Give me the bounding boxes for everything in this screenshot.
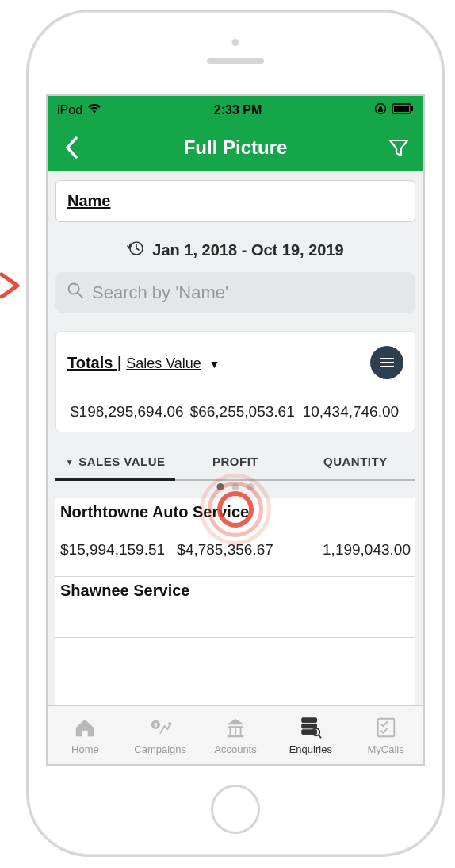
- enquiries-icon: [299, 716, 323, 742]
- totals-value-1: $198,295,694.06: [67, 403, 187, 421]
- totals-value-2: $66,255,053.61: [187, 403, 298, 421]
- list-item-name[interactable]: Shawnee Service: [55, 577, 415, 604]
- dot: [217, 483, 224, 490]
- row-value: $15,994,159.51: [60, 541, 177, 559]
- home-icon: [73, 716, 97, 742]
- home-button[interactable]: [211, 785, 260, 834]
- totals-menu-button[interactable]: [370, 346, 403, 379]
- tab-label: SALES VALUE: [78, 455, 165, 468]
- mycalls-icon: [374, 716, 398, 742]
- list-item-values: [55, 604, 415, 638]
- clock-label: 2:33 PM: [214, 103, 262, 117]
- back-button[interactable]: [59, 134, 86, 161]
- list-item-values: $15,994,159.51 $4,785,356.67 1,199,043.0…: [55, 525, 415, 577]
- tab-profit[interactable]: PROFIT: [175, 444, 295, 479]
- svg-rect-8: [302, 717, 317, 722]
- totals-value-3: 10,434,746.00: [298, 403, 403, 421]
- caret-down-icon: ▼: [208, 358, 220, 371]
- date-range-selector[interactable]: Jan 1, 2018 - Oct 19, 2019: [55, 222, 415, 272]
- annotation-arrow: [0, 271, 25, 300]
- orientation-lock-icon: [374, 102, 387, 118]
- totals-title-prefix: Totals |: [67, 354, 122, 371]
- nav-accounts[interactable]: Accounts: [198, 706, 273, 764]
- battery-icon: [392, 103, 414, 117]
- totals-values-row: $198,295,694.06 $66,255,053.61 10,434,74…: [67, 403, 403, 421]
- dot: [232, 483, 239, 490]
- metric-tabs: SALES VALUE PROFIT QUANTITY: [55, 444, 415, 481]
- nav-label: Accounts: [214, 743, 256, 755]
- campaigns-icon: $: [148, 716, 172, 742]
- tab-label: PROFIT: [212, 455, 258, 468]
- page-dots: [217, 483, 254, 490]
- row-value: $4,785,356.67: [177, 541, 293, 559]
- nav-mycalls[interactable]: MyCalls: [348, 706, 423, 764]
- phone-speaker: [207, 58, 264, 64]
- totals-title-metric: Sales Value: [126, 355, 201, 371]
- screen: iPod 2:33 PM Full Picture: [46, 94, 425, 766]
- wifi-icon: [87, 103, 101, 117]
- tab-quantity[interactable]: QUANTITY: [296, 444, 415, 479]
- tab-label: QUANTITY: [323, 455, 388, 468]
- bottom-nav: Home $ Campaigns Accounts Enquiries MyCa…: [48, 705, 423, 764]
- svg-rect-2: [394, 106, 409, 112]
- search-input[interactable]: [92, 282, 404, 303]
- results-list[interactable]: Northtowne Auto Service $15,994,159.51 $…: [55, 498, 415, 705]
- content-area: Name Jan 1, 2018 - Oct 19, 2019 Totals |: [48, 171, 423, 705]
- accounts-icon: [224, 716, 247, 742]
- name-selector-label: Name: [67, 192, 110, 209]
- search-field[interactable]: [55, 272, 415, 313]
- svg-rect-9: [302, 724, 317, 728]
- svg-rect-3: [411, 106, 413, 111]
- list-item-name[interactable]: Northtowne Auto Service: [55, 498, 415, 525]
- row-value: 1,199,043.00: [294, 541, 411, 559]
- nav-enquiries[interactable]: Enquiries: [273, 706, 348, 764]
- nav-campaigns[interactable]: $ Campaigns: [123, 706, 198, 764]
- date-range-label: Jan 1, 2018 - Oct 19, 2019: [152, 241, 343, 259]
- carrier-label: iPod: [57, 103, 82, 117]
- nav-label: Home: [71, 743, 99, 755]
- dot: [247, 483, 254, 490]
- name-selector[interactable]: Name: [55, 180, 415, 222]
- svg-rect-10: [302, 729, 317, 734]
- status-bar: iPod 2:33 PM: [48, 96, 423, 125]
- svg-rect-12: [377, 718, 394, 736]
- nav-label: Enquiries: [289, 743, 332, 755]
- nav-home[interactable]: Home: [48, 706, 123, 764]
- nav-label: MyCalls: [367, 743, 403, 755]
- tab-sales-value[interactable]: SALES VALUE: [55, 444, 175, 481]
- totals-card: Totals | Sales Value ▼ $198,295,694.06 $…: [55, 331, 415, 432]
- totals-sort-selector[interactable]: Totals | Sales Value ▼: [67, 354, 220, 372]
- phone-frame: iPod 2:33 PM Full Picture: [26, 10, 445, 857]
- hamburger-icon: [380, 358, 394, 367]
- history-icon: [127, 240, 144, 261]
- filter-button[interactable]: [385, 134, 412, 161]
- phone-camera-dot: [232, 39, 239, 46]
- search-icon: [67, 282, 84, 304]
- nav-label: Campaigns: [134, 743, 186, 755]
- page-title: Full Picture: [184, 136, 288, 159]
- nav-header: Full Picture: [48, 125, 423, 171]
